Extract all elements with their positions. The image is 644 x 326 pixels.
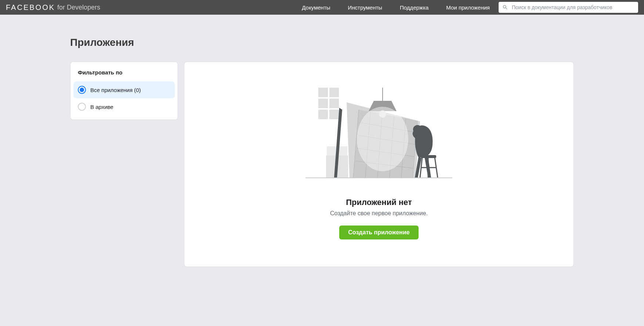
nav-support[interactable]: Поддержка	[400, 4, 428, 11]
radio-icon	[78, 103, 86, 111]
logo[interactable]: FACEBOOK for Developers	[6, 3, 100, 12]
filter-archived[interactable]: В архиве	[73, 98, 175, 115]
filter-sidebar: Фильтровать по Все приложения (0) В архи…	[70, 62, 178, 120]
svg-point-21	[379, 110, 386, 118]
content-row: Фильтровать по Все приложения (0) В архи…	[70, 62, 574, 267]
filter-label: Все приложения (0)	[90, 87, 141, 93]
filter-label: В архиве	[90, 104, 113, 110]
doc-search-wrapper	[499, 2, 638, 13]
svg-rect-3	[318, 99, 328, 108]
top-nav-header: FACEBOOK for Developers Документы Инстру…	[0, 0, 644, 15]
nav-docs[interactable]: Документы	[302, 4, 330, 11]
svg-rect-4	[329, 99, 339, 108]
page-container: Приложения Фильтровать по Все приложения…	[61, 15, 583, 282]
empty-state-subtitle: Создайте свое первое приложение.	[330, 210, 428, 217]
create-app-button[interactable]: Создать приложение	[339, 226, 418, 239]
logo-text-main: FACEBOOK	[6, 3, 55, 12]
primary-nav: Документы Инструменты Поддержка Мои прил…	[302, 4, 490, 11]
filter-title: Фильтровать по	[73, 66, 175, 81]
svg-rect-6	[329, 110, 339, 119]
svg-rect-1	[318, 88, 328, 97]
svg-rect-2	[329, 88, 339, 97]
page-title: Приложения	[70, 37, 574, 48]
doc-search-input[interactable]	[499, 2, 638, 13]
nav-tools[interactable]: Инструменты	[348, 4, 383, 11]
apps-main-panel: Приложений нет Создайте свое первое прил…	[184, 62, 574, 267]
search-icon	[502, 4, 508, 10]
empty-state-illustration	[305, 88, 452, 183]
radio-icon	[78, 86, 86, 94]
svg-rect-0	[305, 177, 452, 178]
svg-rect-5	[318, 110, 328, 119]
empty-state-title: Приложений нет	[346, 198, 412, 207]
logo-text-sub: for Developers	[57, 4, 100, 11]
nav-my-apps[interactable]: Мои приложения	[446, 4, 490, 11]
filter-all-apps[interactable]: Все приложения (0)	[73, 81, 175, 98]
